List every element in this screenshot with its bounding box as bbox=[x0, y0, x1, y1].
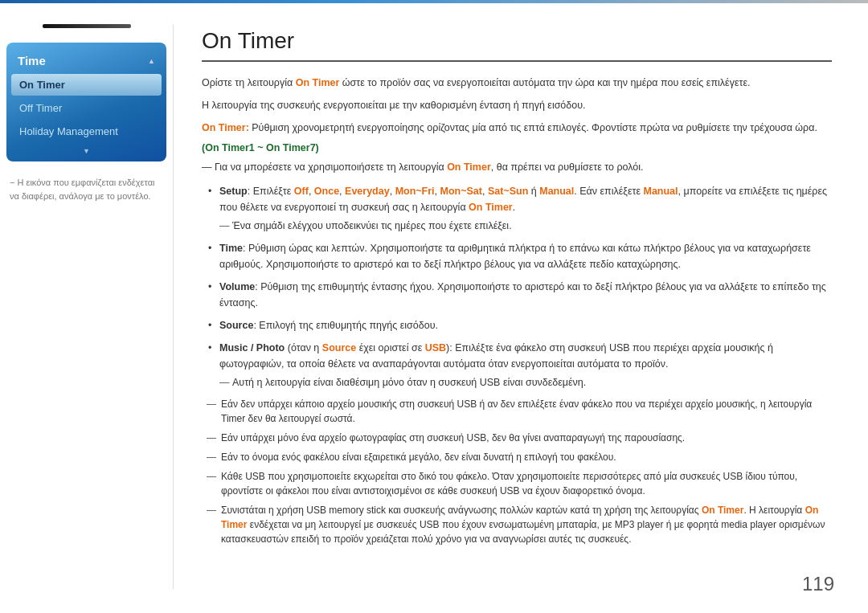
instruction-dash: — Για να μπορέσετε να χρησιμοποιήσετε τη… bbox=[202, 160, 832, 175]
sidebar-note: − Η εικόνα που εμφανίζεται ενδέχεται να … bbox=[6, 161, 166, 202]
dash-item-3: — Εάν το όνομα ενός φακέλου είναι εξαιρε… bbox=[207, 450, 832, 464]
dash-items: — Εάν δεν υπάρχει κάποιο αρχείο μουσικής… bbox=[202, 397, 832, 546]
sidebar-top-bar bbox=[43, 24, 131, 28]
bullet-volume: • Volume: Ρύθμιση της επιθυμητής έντασης… bbox=[208, 279, 832, 311]
intro-paragraph-2: Η λειτουργία της συσκευής ενεργοποιείται… bbox=[202, 97, 832, 113]
bullet-setup: • Setup: Επιλέξτε Off, Once, Everyday, M… bbox=[208, 183, 832, 234]
dash-item-4: — Κάθε USB που χρησιμοποιείτε εκχωρείται… bbox=[207, 469, 832, 498]
bullet-music-photo: • Music / Photo (όταν η Source έχει ορισ… bbox=[208, 340, 832, 390]
intro-paragraph-3: On Timer: Ρύθμιση χρονομετρητή ενεργοποί… bbox=[202, 120, 832, 136]
bullet-source: • Source: Επιλογή της επιθυμητής πηγής ε… bbox=[208, 317, 832, 333]
dash-item-1: — Εάν δεν υπάρχει κάποιο αρχείο μουσικής… bbox=[207, 397, 832, 426]
page-title: On Timer bbox=[202, 28, 832, 62]
sidebar-item-on-timer[interactable]: On Timer bbox=[11, 74, 162, 96]
intro-paragraph-1: Ορίστε τη λειτουργία On Timer ώστε το πρ… bbox=[202, 75, 832, 91]
sidebar-menu: Time ▲ On Timer Off Timer Holiday Manage… bbox=[6, 43, 166, 161]
dash-item-5: — Συνιστάται η χρήση USB memory stick κα… bbox=[207, 503, 832, 546]
main-content: On Timer Ορίστε τη λειτουργία On Timer ώ… bbox=[174, 0, 868, 613]
arrow-up-icon: ▲ bbox=[148, 57, 155, 65]
top-bar-line bbox=[0, 0, 868, 3]
sidebar: Time ▲ On Timer Off Timer Holiday Manage… bbox=[0, 0, 173, 613]
sidebar-title: Time ▲ bbox=[6, 47, 166, 72]
section-header: (On Timer1 ~ On Timer7) bbox=[202, 142, 832, 153]
sidebar-item-off-timer[interactable]: Off Timer bbox=[11, 97, 162, 119]
dash-item-2: — Εάν υπάρχει μόνο ένα αρχείο φωτογραφία… bbox=[207, 431, 832, 445]
bullet-time: • Time: Ρύθμιση ώρας και λεπτών. Χρησιμο… bbox=[208, 240, 832, 272]
sidebar-item-holiday[interactable]: Holiday Management bbox=[11, 121, 162, 142]
bullet-list: • Setup: Επιλέξτε Off, Once, Everyday, M… bbox=[202, 183, 832, 390]
arrow-down-icon: ▼ bbox=[6, 144, 166, 155]
page-number: 119 bbox=[802, 573, 834, 595]
